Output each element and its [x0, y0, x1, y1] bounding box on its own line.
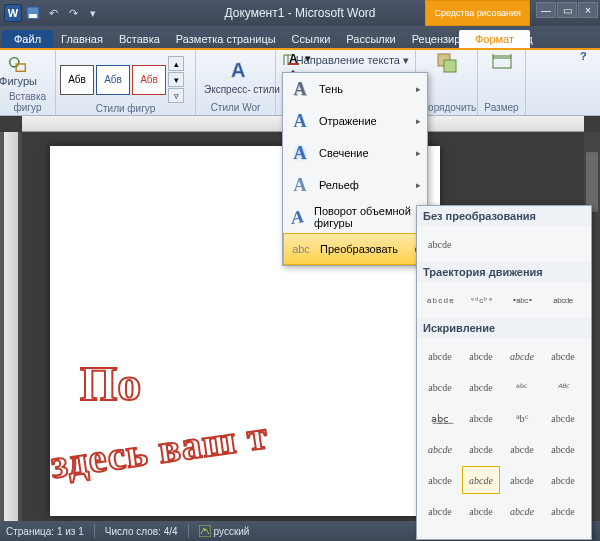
transform-warp-10[interactable]: ᵃbᶜ — [503, 404, 541, 432]
status-page[interactable]: Страница: 1 из 1 — [6, 526, 84, 537]
tab-page-layout[interactable]: Разметка страницы — [168, 30, 284, 48]
svg-rect-1 — [29, 14, 37, 18]
group-size: Размер — [484, 102, 518, 113]
size-button[interactable] — [485, 50, 519, 76]
transform-warp-17[interactable]: abcde — [462, 466, 500, 494]
svg-point-2 — [10, 58, 19, 67]
transform-warp-5[interactable]: abcde — [462, 373, 500, 401]
style-more[interactable]: ▿ — [168, 88, 184, 103]
tab-file[interactable]: Файл — [2, 30, 53, 48]
transform-none-header: Без преобразования — [417, 206, 591, 226]
status-word-count[interactable]: Число слов: 4/4 — [105, 526, 178, 537]
shape-style-2[interactable]: Абв — [96, 65, 130, 95]
menu-reflection[interactable]: AОтражение▸ — [283, 105, 427, 137]
minimize-button[interactable]: — — [536, 2, 556, 18]
tab-references[interactable]: Ссылки — [284, 30, 339, 48]
tab-mailings[interactable]: Рассылки — [338, 30, 403, 48]
transform-none[interactable]: abcde — [421, 230, 493, 258]
transform-warp-23[interactable]: abcde — [544, 497, 582, 525]
transform-submenu: Без преобразования abcde Траектория движ… — [416, 205, 592, 540]
arrange-button[interactable] — [430, 50, 464, 76]
svg-text:A: A — [231, 59, 245, 81]
svg-rect-14 — [444, 60, 456, 72]
status-language[interactable]: русский — [199, 525, 250, 537]
transform-warp-21[interactable]: abcde — [462, 497, 500, 525]
transform-warp-15[interactable]: abcde — [544, 435, 582, 463]
style-scroll-up[interactable]: ▴ — [168, 56, 184, 71]
help-icon[interactable]: ? — [580, 50, 596, 66]
tab-insert[interactable]: Вставка — [111, 30, 168, 48]
transform-warp-header: Искривление — [417, 318, 591, 338]
shape-style-3[interactable]: Абв — [132, 65, 166, 95]
transform-warp-3[interactable]: abcde — [544, 342, 582, 370]
menu-glow[interactable]: AСвечение▸ — [283, 137, 427, 169]
menu-shadow[interactable]: AТень▸ — [283, 73, 427, 105]
transform-warp-2[interactable]: abcde — [503, 342, 541, 370]
group-wordart-styles: Стили Wor — [200, 102, 271, 113]
svg-rect-15 — [493, 58, 511, 68]
transform-warp-4[interactable]: abcde — [421, 373, 459, 401]
menu-3d-rotation[interactable]: AПоворот объемной фигуры▸ — [283, 201, 427, 233]
shape-style-1[interactable]: Абв — [60, 65, 94, 95]
transform-warp-22[interactable]: abcde — [503, 497, 541, 525]
tab-home[interactable]: Главная — [53, 30, 111, 48]
wordart-text-2[interactable]: здесь ваш т — [48, 411, 271, 488]
text-effects-menu: AТень▸ AОтражение▸ AСвечение▸ AРельеф▸ A… — [282, 72, 428, 266]
transform-warp-8[interactable]: a͟b͟c͟ — [421, 404, 459, 432]
group-shape-styles: Стили фигур — [60, 103, 191, 114]
qat-redo-icon[interactable]: ↷ — [64, 4, 82, 22]
contextual-tab-drawing-tools: Средства рисования — [425, 0, 530, 26]
vertical-ruler[interactable] — [0, 132, 22, 521]
qat-dropdown-icon[interactable]: ▾ — [84, 4, 102, 22]
transform-path-arch[interactable]: a b c d e — [421, 286, 459, 314]
qat-save-icon[interactable] — [24, 4, 42, 22]
transform-path-header: Траектория движения — [417, 262, 591, 282]
transform-warp-19[interactable]: abcde — [544, 466, 582, 494]
close-button[interactable]: × — [578, 2, 598, 18]
text-direction-button[interactable]: Направление текста ▾ — [280, 52, 411, 68]
transform-warp-1[interactable]: abcde — [462, 342, 500, 370]
quick-styles-button[interactable]: A Экспресс- стили — [200, 57, 284, 95]
shapes-label: Фигуры — [0, 75, 37, 87]
transform-warp-0[interactable]: abcde — [421, 342, 459, 370]
transform-warp-16[interactable]: abcde — [421, 466, 459, 494]
wordart-text-1[interactable]: По — [80, 356, 141, 411]
transform-warp-11[interactable]: abcde — [544, 404, 582, 432]
qat-undo-icon[interactable]: ↶ — [44, 4, 62, 22]
transform-warp-18[interactable]: abcde — [503, 466, 541, 494]
transform-path-circle[interactable]: ∘abc∘ — [503, 286, 541, 314]
group-insert-shapes: Вставка фигур — [4, 91, 51, 113]
app-icon: W — [4, 4, 22, 22]
menu-bevel[interactable]: AРельеф▸ — [283, 169, 427, 201]
shapes-gallery-button[interactable]: Фигуры — [4, 50, 32, 90]
transform-warp-12[interactable]: abcde — [421, 435, 459, 463]
tab-format[interactable]: Формат — [459, 30, 530, 48]
transform-warp-20[interactable]: abcde — [421, 497, 459, 525]
transform-warp-7[interactable]: ᴬᴮᶜ — [544, 373, 582, 401]
style-scroll-down[interactable]: ▾ — [168, 72, 184, 87]
transform-warp-13[interactable]: abcde — [462, 435, 500, 463]
maximize-button[interactable]: ▭ — [557, 2, 577, 18]
transform-path-button[interactable]: abcde — [544, 286, 582, 314]
transform-warp-9[interactable]: abcde — [462, 404, 500, 432]
transform-warp-6[interactable]: ᵃᵇᶜ — [503, 373, 541, 401]
transform-warp-14[interactable]: abcde — [503, 435, 541, 463]
menu-transform[interactable]: abcПреобразовать▸ — [283, 233, 427, 265]
transform-path-arch-down[interactable]: ᵉ ᵈ c ᵇ ᵃ — [462, 286, 500, 314]
